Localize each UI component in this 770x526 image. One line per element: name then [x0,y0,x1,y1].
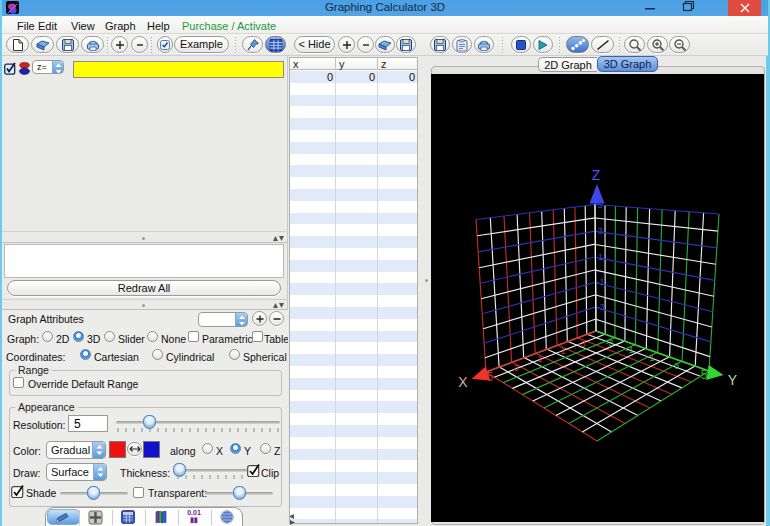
svg-text:1: 1 [598,252,603,262]
svg-text:Z: Z [592,167,601,183]
svg-text:X: X [458,374,468,390]
svg-text:5: 5 [487,370,494,384]
svg-text:-1: -1 [626,345,634,355]
svg-text:-1: -1 [597,277,605,287]
svg-text:-3: -3 [578,339,586,349]
svg-text:-1: -1 [558,346,566,356]
svg-text:5: 5 [597,200,602,210]
svg-text:3: 3 [514,363,519,373]
svg-text:Y: Y [728,372,738,388]
svg-text:-3: -3 [605,338,613,348]
svg-text:3: 3 [598,226,603,236]
svg-text:1: 1 [537,354,542,364]
svg-text:-3: -3 [597,302,605,312]
svg-text:5: 5 [701,368,708,382]
svg-text:1: 1 [649,353,654,363]
svg-text:3: 3 [674,361,679,371]
